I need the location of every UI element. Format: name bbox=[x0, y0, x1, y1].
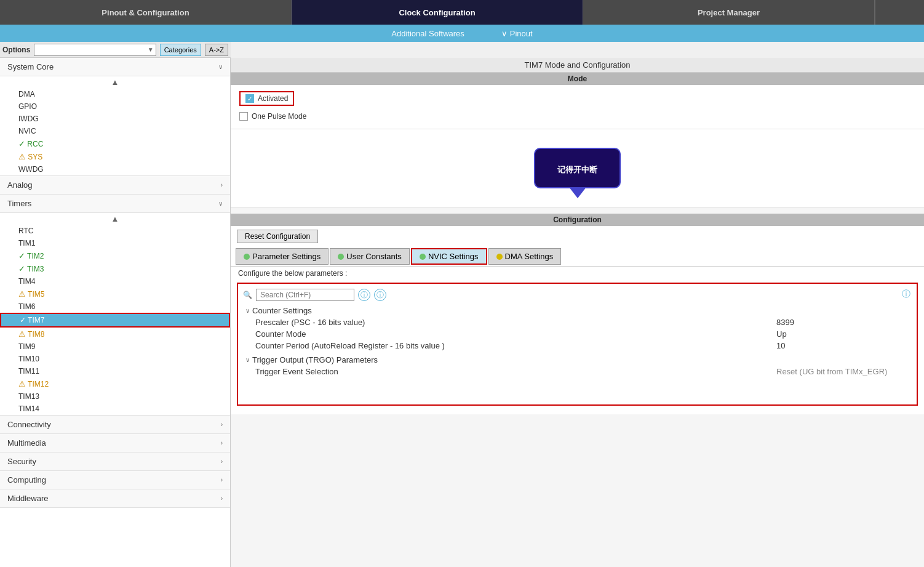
param-info-icon-right[interactable]: ⓘ bbox=[902, 289, 910, 300]
section-timers-arrow: ∨ bbox=[218, 200, 223, 207]
sidebar-item-tim11[interactable]: TIM11 bbox=[0, 365, 230, 377]
sidebar-item-tim12[interactable]: ⚠ TIM12 bbox=[0, 377, 230, 390]
sidebar-item-tim3[interactable]: ✓ TIM3 bbox=[0, 262, 230, 275]
section-system-core-header[interactable]: System Core ∨ bbox=[0, 58, 230, 76]
sidebar-item-tim5[interactable]: ⚠ TIM5 bbox=[0, 288, 230, 300]
activated-row: ✓ Activated bbox=[239, 91, 294, 106]
param-group-counter-header[interactable]: ∨ Counter Settings bbox=[243, 305, 912, 316]
counter-chevron: ∨ bbox=[245, 307, 250, 314]
section-middleware-title: Middleware bbox=[7, 494, 48, 503]
sidebar-item-tim4[interactable]: TIM4 bbox=[0, 275, 230, 288]
scroll-up-timers[interactable]: ▲ bbox=[0, 213, 230, 225]
nav-clock[interactable]: Clock Configuration bbox=[292, 0, 583, 25]
sidebar-item-iwdg[interactable]: IWDG bbox=[0, 113, 230, 125]
section-multimedia-title: Multimedia bbox=[7, 438, 46, 448]
section-middleware-arrow: › bbox=[221, 495, 223, 502]
content-area: TIM7 Mode and Configuration Mode ✓ Activ… bbox=[231, 58, 924, 567]
sub-nav-pinout[interactable]: ∨ Pinout bbox=[501, 29, 533, 38]
configure-text: Configure the below parameters : bbox=[231, 267, 924, 280]
section-analog-header[interactable]: Analog › bbox=[0, 175, 230, 195]
system-core-items: DMA GPIO IWDG NVIC ✓ RCC ⚠ SYS WWDG bbox=[0, 88, 230, 175]
nav-project[interactable]: Project Manager bbox=[583, 0, 875, 25]
search-input[interactable] bbox=[34, 46, 145, 54]
top-nav: Pinout & Configuration Clock Configurati… bbox=[0, 0, 924, 25]
counter-rows: Prescaler (PSC - 16 bits value) 8399 Cou… bbox=[243, 316, 912, 352]
section-middleware: Middleware › bbox=[0, 489, 230, 508]
trigger-event-name: Trigger Event Selection bbox=[255, 367, 776, 376]
nav-pinout[interactable]: Pinout & Configuration bbox=[0, 0, 292, 25]
section-timers-title: Timers bbox=[7, 199, 31, 208]
sub-nav-softwares[interactable]: Additional Softwares bbox=[391, 29, 464, 38]
tab-parameter-settings[interactable]: Parameter Settings bbox=[236, 248, 329, 265]
section-multimedia-header[interactable]: Multimedia › bbox=[0, 434, 230, 452]
section-security-header[interactable]: Security › bbox=[0, 452, 230, 471]
sidebar-item-tim10[interactable]: TIM10 bbox=[0, 353, 230, 365]
sidebar-item-tim9[interactable]: TIM9 bbox=[0, 340, 230, 353]
section-analog-title: Analog bbox=[7, 180, 32, 190]
sidebar-item-tim6[interactable]: TIM6 bbox=[0, 300, 230, 313]
section-computing-header[interactable]: Computing › bbox=[0, 471, 230, 489]
section-system-core-arrow: ∨ bbox=[218, 63, 223, 70]
section-computing-arrow: › bbox=[221, 477, 223, 483]
categories-tab[interactable]: Categories bbox=[160, 44, 201, 56]
section-security-title: Security bbox=[7, 457, 36, 466]
param-group-counter: ∨ Counter Settings Prescaler (PSC - 16 b… bbox=[243, 305, 912, 352]
tab-user-constants[interactable]: User Constants bbox=[330, 248, 410, 265]
options-label: Options bbox=[2, 46, 30, 54]
param-info-icon-1[interactable]: ⓘ bbox=[358, 289, 370, 301]
sidebar-item-tim1[interactable]: TIM1 bbox=[0, 237, 230, 249]
param-search-row: 🔍 ⓘ ⓘ ⓘ bbox=[243, 289, 912, 301]
tab-user-label: User Constants bbox=[346, 252, 402, 261]
tab-dma-settings[interactable]: DMA Settings bbox=[488, 248, 562, 265]
sidebar-item-tim8[interactable]: ⚠ TIM8 bbox=[0, 328, 230, 340]
param-row-trigger-event: Trigger Event Selection Reset (UG bit fr… bbox=[243, 366, 912, 377]
section-multimedia: Multimedia › bbox=[0, 434, 230, 452]
sidebar-item-rtc[interactable]: RTC bbox=[0, 225, 230, 237]
az-tab[interactable]: A->Z bbox=[205, 44, 228, 56]
section-analog-arrow: › bbox=[221, 182, 223, 188]
reset-config-button[interactable]: Reset Configuration bbox=[237, 230, 318, 243]
options-bar: Options ▼ Categories A->Z bbox=[0, 42, 231, 58]
sidebar-item-rcc[interactable]: ✓ RCC bbox=[0, 137, 230, 150]
trigger-group-title: Trigger Output (TRGO) Parameters bbox=[252, 355, 378, 364]
trigger-chevron: ∨ bbox=[245, 356, 250, 363]
tab-nvic-settings[interactable]: NVIC Settings bbox=[411, 248, 487, 265]
tab-user-dot bbox=[338, 254, 344, 260]
tab-nvic-dot bbox=[420, 254, 426, 260]
one-pulse-row: One Pulse Mode bbox=[239, 112, 306, 121]
scroll-up-system[interactable]: ▲ bbox=[0, 76, 230, 88]
param-group-trigger-header[interactable]: ∨ Trigger Output (TRGO) Parameters bbox=[243, 354, 912, 366]
sidebar-item-sys[interactable]: ⚠ SYS bbox=[0, 150, 230, 163]
counter-group-title: Counter Settings bbox=[252, 306, 312, 315]
section-connectivity-header[interactable]: Connectivity › bbox=[0, 415, 230, 434]
content-title: TIM7 Mode and Configuration bbox=[231, 58, 924, 73]
param-search-input[interactable] bbox=[256, 289, 354, 301]
sidebar-item-wwdg[interactable]: WWDG bbox=[0, 163, 230, 175]
sidebar-item-nvic[interactable]: NVIC bbox=[0, 125, 230, 137]
sub-nav: Additional Softwares ∨ Pinout bbox=[0, 25, 924, 42]
dropdown-arrow[interactable]: ▼ bbox=[146, 46, 156, 53]
section-middleware-header[interactable]: Middleware › bbox=[0, 489, 230, 508]
sidebar-item-tim13[interactable]: TIM13 bbox=[0, 390, 230, 403]
sidebar-item-dma[interactable]: DMA bbox=[0, 88, 230, 100]
param-info-icon-2[interactable]: ⓘ bbox=[374, 289, 386, 301]
sidebar-item-tim7[interactable]: ✓ TIM7 bbox=[0, 313, 230, 328]
one-pulse-checkbox[interactable] bbox=[239, 112, 248, 121]
sidebar-item-tim2[interactable]: ✓ TIM2 bbox=[0, 249, 230, 262]
sidebar-item-tim14[interactable]: TIM14 bbox=[0, 403, 230, 415]
nav-extra[interactable] bbox=[875, 0, 924, 25]
callout-area: 记得开中断 bbox=[231, 129, 924, 207]
section-connectivity-arrow: › bbox=[221, 421, 223, 428]
section-security-arrow: › bbox=[221, 458, 223, 465]
trigger-event-value: Reset (UG bit from TIMx_EGR) bbox=[776, 367, 899, 376]
activated-checkbox[interactable]: ✓ bbox=[245, 94, 254, 103]
section-timers-header[interactable]: Timers ∨ bbox=[0, 195, 230, 213]
section-connectivity-title: Connectivity bbox=[7, 420, 51, 429]
param-row-counter-mode: Counter Mode Up bbox=[243, 328, 912, 340]
prescaler-name: Prescaler (PSC - 16 bits value) bbox=[255, 318, 776, 327]
section-timers: Timers ∨ ▲ RTC TIM1 ✓ TIM2 ✓ TIM3 TIM4 ⚠… bbox=[0, 195, 230, 415]
prescaler-value: 8399 bbox=[776, 318, 899, 327]
section-multimedia-arrow: › bbox=[221, 440, 223, 446]
sidebar-item-gpio[interactable]: GPIO bbox=[0, 100, 230, 113]
counter-mode-name: Counter Mode bbox=[255, 329, 776, 339]
